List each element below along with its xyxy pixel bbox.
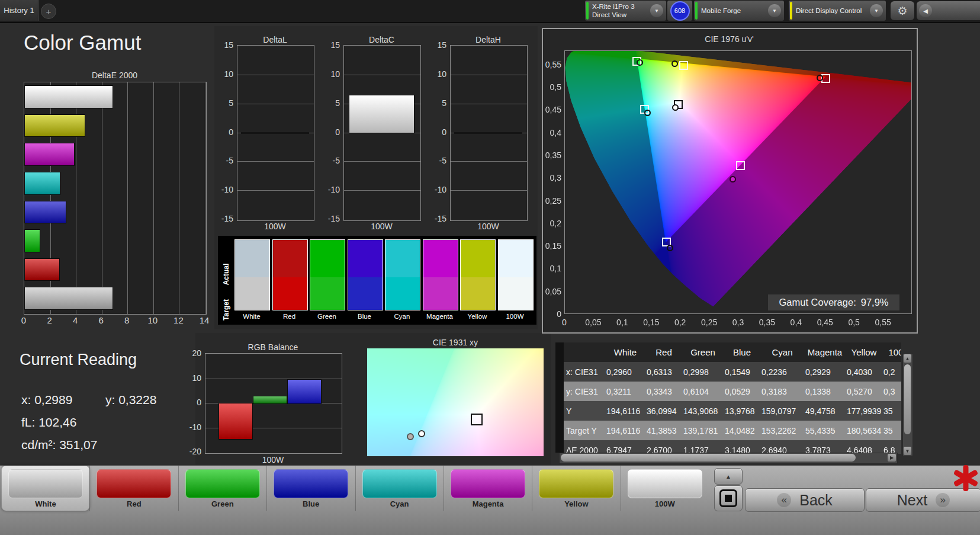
table-header-cell: White [605, 342, 645, 362]
swatch-magenta-actual [423, 240, 458, 277]
axis-tick: 10 [146, 315, 160, 325]
axis-tick: -10 [320, 185, 340, 194]
gridline [237, 161, 314, 162]
display-control-label: Direct Display Control [792, 7, 870, 15]
meter-dropdown[interactable]: X-Rite i1Pro 3Direct View ▼ [585, 1, 666, 21]
next-button[interactable]: Next » [866, 488, 980, 512]
patch-button-100w[interactable]: 100W [621, 466, 709, 511]
table-cell: 0,6313 [645, 362, 682, 382]
axis-tick: 0 [213, 127, 233, 137]
gridline [451, 104, 527, 104]
workflow-nav-button[interactable]: ◀ [917, 1, 980, 20]
axis-tick: 10 [426, 69, 446, 79]
meter-reading-badge: 608 [667, 1, 692, 21]
table-cell: 180,5634 [846, 421, 882, 440]
add-tab-button[interactable]: + [41, 4, 56, 19]
deltae-bar-100w [24, 287, 113, 310]
table-cell: 14,0482 [724, 421, 760, 440]
horizontal-scroll-thumb[interactable] [561, 454, 856, 462]
rgb-bar-green [253, 396, 287, 404]
display-control-dropdown[interactable]: Direct Display Control ▼ [789, 1, 886, 21]
patch-label: Blue [267, 499, 355, 508]
gridline [237, 190, 314, 191]
calman-window: History 1 + X-Rite i1Pro 3Direct View ▼ … [0, 0, 980, 535]
gridline [344, 75, 420, 75]
cie1976-marker-yellow-measured [671, 60, 678, 67]
swatch-blue [348, 239, 383, 310]
axis-tick: 0,05 [539, 287, 561, 296]
swatch-label: 100W [498, 313, 532, 320]
deltae-bar-white [24, 85, 113, 108]
stop-measurement-button[interactable] [714, 485, 743, 511]
back-button[interactable]: « Back [745, 488, 865, 512]
chevron-down-icon: ▼ [650, 4, 663, 17]
swatch-green [310, 239, 345, 310]
cie1931-chart-title: CIE 1931 xy [367, 338, 544, 347]
axis-tick: 10 [181, 373, 201, 383]
scroll-up-button[interactable]: ▲ [904, 354, 911, 363]
tab-history-1[interactable]: History 1 [0, 0, 38, 21]
table-header-cell: Magenta [804, 342, 846, 362]
axis-tick: 0,25 [539, 196, 561, 206]
scroll-right-icon: ▶ [890, 455, 894, 460]
deltae-bar-cyan [24, 172, 60, 195]
settings-button[interactable]: ⚙ [891, 1, 914, 20]
expand-button[interactable]: ▲ [714, 468, 743, 485]
axis-tick: 14 [197, 315, 211, 325]
bottom-bar: WhiteRedGreenBlueCyanMagentaYellow100W ▲… [0, 465, 980, 535]
table-vertical-scrollbar[interactable]: ▲ ▼ [902, 353, 913, 456]
patch-button-white[interactable]: White [1, 466, 89, 511]
source-dropdown[interactable]: Mobile Forge ▼ [694, 1, 784, 21]
scroll-right-button[interactable]: ▶ [888, 454, 896, 462]
axis-tick: 0,55 [539, 60, 561, 69]
axis-tick: -20 [181, 447, 201, 456]
patch-button-blue[interactable]: Blue [266, 466, 355, 511]
axis-tick: 0,35 [539, 150, 561, 160]
axis-tick: 0 [320, 127, 340, 137]
gridline [451, 161, 527, 162]
scroll-down-button[interactable]: ▼ [904, 447, 911, 455]
table-cell: 41,3853 [645, 421, 682, 440]
patch-button-magenta[interactable]: Magenta [444, 466, 532, 511]
row-label: ΔE 2000 [564, 440, 605, 454]
table-cell: 0,4030 [846, 362, 882, 382]
table-cell: 0,3211 [605, 382, 645, 401]
axis-tick: -10 [181, 422, 201, 432]
swatch-green-actual [310, 240, 345, 277]
table-cell: 0,2998 [682, 362, 724, 382]
patch-button-red[interactable]: Red [89, 466, 178, 511]
table-cell: 159,0797 [760, 401, 804, 421]
results-table: WhiteRedGreenBlueCyanMagentaYellow100Wx:… [564, 342, 901, 454]
table-cell: 2,6700 [645, 440, 682, 454]
vertical-scroll-thumb[interactable] [904, 364, 911, 434]
patch-swatch [97, 469, 171, 498]
table-cell: 0,3 [882, 382, 901, 401]
axis-tick: 0,55 [871, 318, 895, 327]
table-cell: 0,2 [882, 362, 901, 382]
patch-button-yellow[interactable]: Yellow [532, 466, 620, 511]
table-cell: 36,0994 [645, 401, 682, 421]
current-reading-cd: cd/m²: 351,07 [21, 438, 97, 452]
patch-swatch [8, 469, 83, 498]
deltaL-chart-title: DeltaL [237, 35, 313, 44]
rgb-balance-chart [205, 353, 342, 454]
patch-label: White [2, 499, 89, 508]
patch-label: Cyan [356, 499, 444, 508]
next-chevron-icon: » [936, 493, 950, 507]
table-header-cell: 100W [882, 342, 901, 362]
patch-button-cyan[interactable]: Cyan [355, 466, 444, 511]
axis-tick: 0,5 [842, 318, 866, 327]
table-cell: 0,3183 [760, 382, 804, 401]
scroll-up-icon: ▲ [905, 356, 910, 361]
deltae-bar-yellow [24, 114, 85, 137]
table-row-y-cie31: y: CIE310,32110,33430,61040,05290,31830,… [564, 382, 901, 402]
patch-swatch [451, 469, 525, 498]
axis-tick: 0,1 [539, 264, 561, 273]
patch-button-green[interactable]: Green [178, 466, 266, 511]
deltae-bar-red [24, 258, 60, 281]
dc-bar [349, 95, 415, 133]
row-label: y: CIE31 [564, 382, 605, 401]
axis-tick: 12 [171, 315, 185, 325]
table-horizontal-scrollbar[interactable]: ▶ [559, 453, 898, 464]
cie1976-marker-magenta-target [736, 161, 745, 170]
